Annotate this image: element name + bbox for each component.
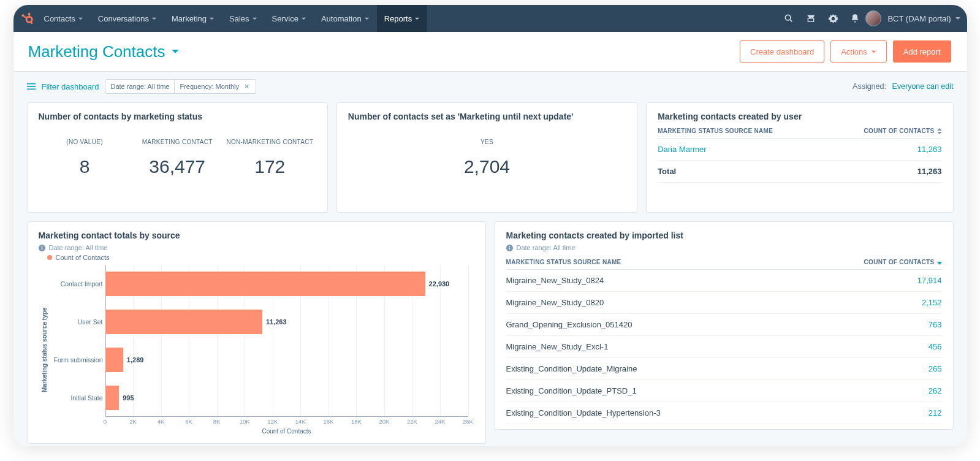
portal-switcher[interactable]: BCT (DAM portal) xyxy=(887,14,960,23)
gear-icon[interactable] xyxy=(827,13,838,24)
svg-line-8 xyxy=(790,20,792,21)
chart-category-label: Initial State xyxy=(50,394,103,402)
row-value: 212 xyxy=(929,408,942,417)
filter-chipset: Date range: All timeFrequency: Monthly✕ xyxy=(105,79,256,94)
row-name: Existing_Condition_Update_Hypertension-3 xyxy=(506,408,661,417)
row-value: 17,914 xyxy=(917,276,942,285)
chart-category-label: Contact Import xyxy=(50,280,103,288)
svg-point-18 xyxy=(509,246,510,247)
stat-value: 172 xyxy=(224,156,316,177)
card-date-range: Date range: All time xyxy=(506,244,942,251)
svg-rect-14 xyxy=(41,247,42,250)
chart-x-tick: 4K xyxy=(158,418,165,425)
card-date-range: Date range: All time xyxy=(39,244,474,251)
page-title-group[interactable]: Marketing Contacts xyxy=(28,42,180,61)
filter-chip[interactable]: Frequency: Monthly✕ xyxy=(174,80,256,93)
card-title: Marketing contacts created by user xyxy=(658,112,941,121)
create-dashboard-button[interactable]: Create dashboard xyxy=(740,40,824,63)
table-row: Migraine_New_Study_Excl-1456 xyxy=(506,336,942,358)
table-header-sort[interactable]: COUNT OF CONTACTS xyxy=(864,128,942,134)
chart-x-tick: 18K xyxy=(351,418,362,425)
chart-legend: Count of Contacts xyxy=(47,254,474,261)
table-header: MARKETING STATUS SOURCE NAME xyxy=(658,128,773,134)
svg-point-2 xyxy=(21,14,24,17)
chart-x-tick: 8K xyxy=(213,418,221,425)
svg-rect-9 xyxy=(808,18,814,21)
row-name: Migraine_New_Study_0824 xyxy=(506,276,604,285)
chart-bar-value: 1,289 xyxy=(127,356,144,364)
stat-label: MARKETING CONTACT xyxy=(131,139,224,145)
nav-item-service[interactable]: Service xyxy=(265,5,314,32)
row-value: 11,263 xyxy=(917,145,942,154)
chart-category-label: User Set xyxy=(50,318,103,326)
svg-rect-11 xyxy=(27,86,36,87)
imported-list-table[interactable]: Migraine_New_Study_082417,914Migraine_Ne… xyxy=(506,270,942,430)
filter-handle-icon[interactable] xyxy=(27,83,36,90)
card-title: Marketing contact totals by source xyxy=(39,230,474,240)
nav-item-sales[interactable]: Sales xyxy=(222,5,265,32)
chevron-down-icon xyxy=(171,47,180,56)
chart-x-tick: 22K xyxy=(407,418,417,425)
chart-x-tick: 16K xyxy=(323,418,333,425)
filter-dashboard-link[interactable]: Filter dashboard xyxy=(42,82,99,91)
row-name: Migraine_New_Study_Excl-1 xyxy=(506,342,609,351)
close-icon[interactable]: ✕ xyxy=(243,83,251,91)
svg-rect-10 xyxy=(27,83,36,85)
stat-label: YES xyxy=(348,139,626,145)
actions-button[interactable]: Actions xyxy=(830,40,887,63)
marketplace-icon[interactable] xyxy=(805,13,816,24)
avatar[interactable] xyxy=(865,10,881,26)
svg-rect-12 xyxy=(27,89,36,90)
card-by-user: Marketing contacts created by user MARKE… xyxy=(646,102,953,213)
nav-item-conversations[interactable]: Conversations xyxy=(91,5,164,32)
chart-x-tick: 14K xyxy=(295,418,306,425)
top-navbar: ContactsConversationsMarketingSalesServi… xyxy=(13,5,967,32)
table-row: Migraine_New_Study_082417,914 xyxy=(506,270,942,292)
nav-item-marketing[interactable]: Marketing xyxy=(164,5,222,32)
chart-x-tick: 2K xyxy=(129,418,137,425)
card-title: Number of contacts set as 'Marketing unt… xyxy=(348,112,626,121)
chart-bar xyxy=(105,272,425,296)
stat-value: 8 xyxy=(39,156,131,177)
portal-name: BCT (DAM portal) xyxy=(887,14,951,23)
chart-bar xyxy=(105,310,262,334)
svg-line-5 xyxy=(24,17,27,18)
card-title: Marketing contacts created by imported l… xyxy=(506,230,942,240)
chart-x-tick: 24K xyxy=(435,418,446,425)
svg-point-1 xyxy=(28,13,30,15)
table-row: Grand_Opening_Exclusion_051420763 xyxy=(506,314,942,336)
card-totals-by-source: Marketing contact totals by source Date … xyxy=(27,221,486,444)
nav-item-automation[interactable]: Automation xyxy=(314,5,377,32)
row-value: 456 xyxy=(929,342,942,351)
bar-chart: Contact Import22,930User Set11,263Form s… xyxy=(105,265,468,417)
stat-col: MARKETING CONTACT36,477 xyxy=(131,139,224,177)
table-header-sort[interactable]: COUNT OF CONTACTS xyxy=(864,259,942,265)
svg-rect-17 xyxy=(509,247,509,250)
assigned-link[interactable]: Everyone can edit xyxy=(892,82,953,91)
table-row: Existing_Condition_Update_PTSD_1262 xyxy=(506,380,942,402)
stat-value: 36,477 xyxy=(131,156,224,177)
table-row: Daria Marmer11,263 xyxy=(658,139,941,161)
bell-icon[interactable] xyxy=(849,13,860,24)
filter-chip[interactable]: Date range: All time xyxy=(105,80,174,93)
hubspot-logo[interactable] xyxy=(17,9,37,28)
row-name[interactable]: Daria Marmer xyxy=(658,145,706,154)
nav-utility-icons xyxy=(783,13,865,24)
filter-row: Filter dashboard Date range: All timeFre… xyxy=(13,72,967,96)
add-report-button[interactable]: Add report xyxy=(893,40,951,63)
chart-x-tick: 12K xyxy=(267,418,278,425)
table-header: MARKETING STATUS SOURCE NAME xyxy=(506,259,621,265)
chart-x-tick: 26K xyxy=(463,418,473,425)
nav-item-reports[interactable]: Reports xyxy=(377,5,428,32)
info-icon xyxy=(39,245,45,251)
card-until-next-update: Number of contacts set as 'Marketing unt… xyxy=(336,102,637,213)
stat-label: (NO VALUE) xyxy=(39,139,131,145)
search-icon[interactable] xyxy=(783,13,794,24)
nav-item-contacts[interactable]: Contacts xyxy=(37,5,91,32)
chart-x-tick: 6K xyxy=(185,418,192,425)
page-title: Marketing Contacts xyxy=(28,42,165,61)
chart-bar-value: 995 xyxy=(123,394,134,402)
title-bar: Marketing Contacts Create dashboard Acti… xyxy=(13,32,967,72)
row-value: 763 xyxy=(929,320,942,329)
stat-label: NON-MARKETING CONTACT xyxy=(224,139,316,145)
